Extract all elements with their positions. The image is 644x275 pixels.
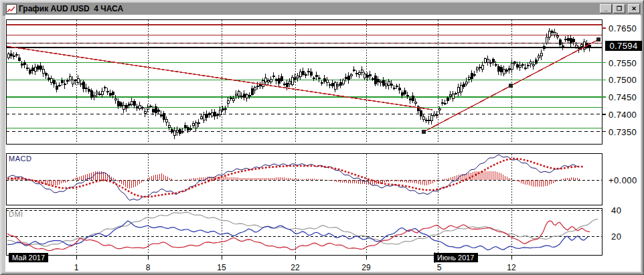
window-title: График AUD /USD 4 ЧАСА xyxy=(19,4,123,13)
title-bar[interactable]: График AUD /USD 4 ЧАСА _ ❐ ✕ xyxy=(3,3,641,15)
minimize-button[interactable]: _ xyxy=(600,4,612,13)
close-button[interactable]: ✕ xyxy=(628,4,640,13)
maximize-button[interactable]: ❐ xyxy=(613,4,625,13)
window-controls: _ ❐ ✕ xyxy=(600,4,640,13)
chart-line-icon xyxy=(6,4,17,14)
chart-window: График AUD /USD 4 ЧАСА _ ❐ ✕ MACD DMI +0… xyxy=(0,0,644,275)
chart-client-area[interactable] xyxy=(5,15,641,272)
